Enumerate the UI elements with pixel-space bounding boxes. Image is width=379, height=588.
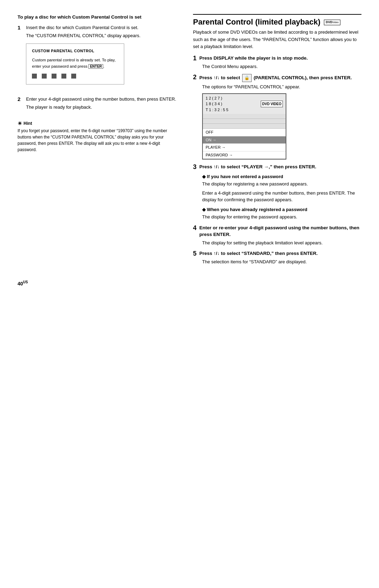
right-step3-title: Press ↑/↓ to select “PLAYER →,” then pre… xyxy=(199,164,316,170)
parental-control-display: 1 2 ( 2 7 ) 1 8 ( 3 4 ) T 1 : 3 2 : 5 5 … xyxy=(202,93,286,160)
right-step3-num: 3 xyxy=(193,164,197,170)
right-step2: 2 Press ↑/↓ to select 🔒 (PARENTAL CONTRO… xyxy=(193,74,361,160)
right-step5-body: The selection items for “STANDARD” are d… xyxy=(202,258,361,265)
step1-content: Insert the disc for which Custom Parenta… xyxy=(26,24,140,90)
right-step3: 3 Press ↑/↓ to select “PLAYER →,” then p… xyxy=(193,164,361,221)
dvd-badge: DVDVideo xyxy=(324,20,340,25)
right-step5-num: 5 xyxy=(193,250,197,257)
right-step5-title: Press ↑/↓ to select “STANDARD,” then pre… xyxy=(199,250,318,257)
right-step2-body: The options for “PARENTAL CONTROL” appea… xyxy=(202,83,361,160)
menu-item-off: OFF xyxy=(203,129,286,136)
display-times: 1 2 ( 2 7 ) 1 8 ( 3 4 ) T 1 : 3 2 : 5 5 xyxy=(206,95,228,113)
enter-key-label: ENTER xyxy=(88,64,103,69)
bullet1-text1: The display for registering a new passwo… xyxy=(202,181,361,188)
right-step5: 5 Press ↑/↓ to select “STANDARD,” then p… xyxy=(193,250,361,265)
display-row3 xyxy=(203,124,286,129)
hint-text: If you forget your password, enter the 6… xyxy=(18,128,179,153)
bullet1-text2: Enter a 4-digit password using the numbe… xyxy=(202,190,361,203)
step2-container: 2 Enter your 4-digit password using the … xyxy=(18,96,179,116)
left-column: To play a disc for which Custom Parental… xyxy=(18,14,179,270)
step1-container: 1 Insert the disc for which Custom Paren… xyxy=(18,24,179,94)
dot1 xyxy=(32,74,37,79)
right-step4: 4 Enter or re-enter your 4-digit passwor… xyxy=(193,225,361,246)
display-top: 1 2 ( 2 7 ) 1 8 ( 3 4 ) T 1 : 3 2 : 5 5 … xyxy=(203,94,286,114)
menu-item-on: ON → xyxy=(203,136,286,144)
hint-title: ☀ Hint xyxy=(18,121,179,126)
hint-icon: ☀ xyxy=(18,121,22,126)
menu-item-password: PASSWORD → xyxy=(203,151,286,159)
dot4 xyxy=(61,74,66,79)
dialog-title: CUSTOM PARENTAL CONTROL xyxy=(32,48,118,54)
right-step4-num: 4 xyxy=(193,225,197,231)
right-step3-header: 3 Press ↑/↓ to select “PLAYER →,” then p… xyxy=(193,164,361,170)
step2-text1: Enter your 4-digit password using the nu… xyxy=(26,96,176,103)
right-column: Parental Control (limited playback) DVDV… xyxy=(193,14,361,270)
dot2 xyxy=(42,74,47,79)
right-step4-header: 4 Enter or re-enter your 4-digit passwor… xyxy=(193,225,361,238)
parental-control-icon: 🔒 xyxy=(242,74,252,82)
right-step1: 1 Press DISPLAY while the player is in s… xyxy=(193,55,361,70)
right-step2-num: 2 xyxy=(193,74,197,80)
right-step1-body: The Control Menu appears. xyxy=(202,63,361,70)
bullet1-heading: ◆ If you have not entered a password xyxy=(202,173,361,180)
step2-text2: The player is ready for playback. xyxy=(26,104,176,111)
left-section-heading: To play a disc for which Custom Parental… xyxy=(18,14,179,21)
intro-text: Playback of some DVD VIDEOs can be limit… xyxy=(193,29,361,50)
display-row1 xyxy=(203,114,286,119)
main-title: Parental Control (limited playback) DVDV… xyxy=(193,14,361,27)
right-step1-num: 1 xyxy=(193,55,197,61)
menu-item-player: PLAYER → xyxy=(203,144,286,151)
step2-content: Enter your 4-digit password using the nu… xyxy=(26,96,176,112)
hint-section: ☀ Hint If you forget your password, ente… xyxy=(18,121,179,153)
display-menu: OFF ON → PLAYER → PASSWORD → xyxy=(203,129,286,159)
right-step2-title: Press ↑/↓ to select 🔒 (PARENTAL CONTROL)… xyxy=(199,74,352,82)
right-step3-body: ◆ If you have not entered a password The… xyxy=(202,173,361,221)
page-layout: To play a disc for which Custom Parental… xyxy=(18,14,361,270)
right-step2-header: 2 Press ↑/↓ to select 🔒 (PARENTAL CONTRO… xyxy=(193,74,361,82)
right-step1-title: Press DISPLAY while the player is in sto… xyxy=(199,55,308,62)
password-dots-row xyxy=(32,74,118,79)
display-row2 xyxy=(203,119,286,124)
display-empty-rows xyxy=(203,114,286,129)
custom-parental-dialog: CUSTOM PARENTAL CONTROL Custom parental … xyxy=(26,43,124,85)
right-step4-body: The display for setting the playback lim… xyxy=(202,239,361,246)
bullet2-heading: ◆ When you have already registered a pas… xyxy=(202,206,361,213)
right-step5-header: 5 Press ↑/↓ to select “STANDARD,” then p… xyxy=(193,250,361,257)
right-step4-title: Enter or re-enter your 4-digit password … xyxy=(199,225,361,238)
step1-text2: The “CUSTOM PARENTAL CONTROL” display ap… xyxy=(26,32,140,39)
step2-number: 2 xyxy=(18,96,20,116)
step1-number: 1 xyxy=(18,25,20,94)
right-step1-header: 1 Press DISPLAY while the player is in s… xyxy=(193,55,361,62)
dot5 xyxy=(71,74,76,79)
dot3 xyxy=(52,74,56,79)
page-number: 40US xyxy=(18,280,361,286)
step1-text1: Insert the disc for which Custom Parenta… xyxy=(26,24,140,31)
dialog-body: Custom parental control is already set. … xyxy=(32,57,118,69)
dvd-video-label: DVD VIDEO xyxy=(261,101,283,107)
bullet2-text: The display for entering the password ap… xyxy=(202,214,361,221)
